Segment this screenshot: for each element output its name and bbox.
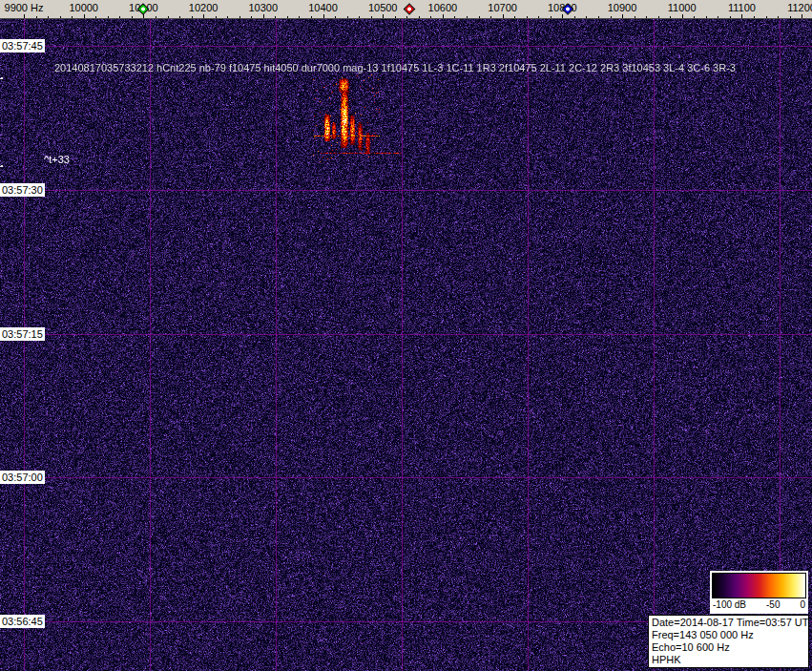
freq-tick-minor xyxy=(538,16,539,18)
freq-tick-minor xyxy=(36,16,37,18)
freq-axis-label: 10300 xyxy=(249,2,279,13)
colorbar-gradient xyxy=(712,573,806,598)
time-axis-label: 03:57:15 xyxy=(0,327,45,341)
freq-axis-label: 10000 xyxy=(69,2,98,13)
freq-tick-major xyxy=(503,14,504,18)
freq-tick-minor xyxy=(251,16,252,18)
freq-tick-minor xyxy=(371,16,372,18)
cursor-annotation: ^t+33 xyxy=(44,154,70,165)
freq-tick-minor xyxy=(227,16,228,18)
colorbar-label: -50 xyxy=(766,598,780,612)
freq-tick-minor xyxy=(275,16,276,18)
freq-tick-major xyxy=(802,14,802,18)
freq-tick-major xyxy=(562,14,563,18)
freq-tick-minor xyxy=(311,16,312,18)
freq-tick-major xyxy=(443,14,444,18)
freq-tick-minor xyxy=(347,16,348,18)
freq-axis-label: 10900 xyxy=(608,2,637,13)
freq-tick-minor xyxy=(119,16,120,18)
info-line: HPHK xyxy=(652,654,805,666)
freq-axis-label: 10400 xyxy=(308,2,338,13)
freq-tick-minor xyxy=(694,16,695,18)
freq-tick-minor xyxy=(670,16,671,18)
freq-tick-minor xyxy=(658,16,659,18)
info-line: Date=2014-08-17 Time=03:57 UTC xyxy=(652,617,805,629)
time-axis-label: 03:57:00 xyxy=(0,471,45,484)
freq-tick-minor xyxy=(48,16,49,18)
marker-diamond-red[interactable] xyxy=(404,3,416,15)
freq-tick-minor xyxy=(132,16,133,18)
freq-tick-minor xyxy=(467,16,468,18)
freq-tick-minor xyxy=(395,16,396,18)
freq-tick-minor xyxy=(766,16,767,18)
event-annotation: 20140817035733212 hCnt225 nb-79 f10475 h… xyxy=(54,62,736,73)
freq-tick-major xyxy=(741,14,742,18)
freq-tick-minor xyxy=(454,16,455,18)
freq-tick-major xyxy=(203,14,204,18)
freq-tick-minor xyxy=(192,16,193,18)
freq-tick-major xyxy=(622,14,623,18)
freq-tick-minor xyxy=(635,16,635,18)
freq-tick-major xyxy=(323,14,324,18)
freq-axis-label: 10600 xyxy=(428,2,458,13)
freq-tick-major xyxy=(143,14,144,18)
info-line: Freq=143 050 000 Hz xyxy=(652,629,805,641)
freq-tick-minor xyxy=(611,16,612,18)
freq-axis-label: 10500 xyxy=(368,2,398,13)
freq-tick-minor xyxy=(299,16,300,18)
freq-tick-minor xyxy=(718,16,718,18)
freq-tick-minor xyxy=(551,16,552,18)
freq-tick-minor xyxy=(72,16,73,18)
freq-tick-minor xyxy=(239,16,240,18)
freq-tick-minor xyxy=(574,16,575,18)
freq-tick-minor xyxy=(490,16,491,18)
freq-axis-label: 11000 xyxy=(668,2,697,13)
colorbar-labels: -100 dB-500 xyxy=(712,598,806,612)
freq-tick-minor xyxy=(335,16,336,18)
freq-tick-minor xyxy=(598,16,599,18)
freq-tick-minor xyxy=(60,16,61,18)
freq-axis-label: 11100 xyxy=(728,2,756,13)
spectrogram-window: 9900 Hz100001010010200103001040010500106… xyxy=(0,0,812,671)
freq-tick-minor xyxy=(359,16,360,18)
freq-tick-minor xyxy=(527,16,528,18)
freq-tick-minor xyxy=(730,16,731,18)
colorbar-label: 0 xyxy=(800,598,805,612)
time-axis-label: 03:57:30 xyxy=(0,183,45,197)
freq-tick-major xyxy=(263,14,264,18)
freq-tick-minor xyxy=(95,16,96,18)
colorbar: -100 dB-500 xyxy=(710,571,808,614)
freq-tick-minor xyxy=(156,16,156,18)
freq-tick-minor xyxy=(479,16,480,18)
freq-tick-major xyxy=(682,14,683,18)
freq-tick-minor xyxy=(168,16,169,18)
freq-tick-minor xyxy=(706,16,707,18)
frequency-axis: 9900 Hz100001010010200103001040010500106… xyxy=(0,0,812,19)
freq-axis-label: 10200 xyxy=(189,2,219,13)
freq-axis-label: 11200 xyxy=(787,2,812,13)
freq-tick-major xyxy=(84,14,85,18)
freq-tick-minor xyxy=(514,16,515,18)
freq-tick-minor xyxy=(179,16,180,18)
spectrogram-area: 20140817035733212 hCnt225 nb-79 f10475 h… xyxy=(0,19,812,671)
freq-axis-label: 10700 xyxy=(488,2,517,13)
freq-tick-minor xyxy=(586,16,587,18)
freq-tick-minor xyxy=(216,16,217,18)
freq-axis-label: 9900 Hz xyxy=(5,2,44,13)
colorbar-label: -100 dB xyxy=(713,598,746,612)
freq-tick-major xyxy=(383,14,384,18)
freq-tick-minor xyxy=(287,16,288,18)
freq-tick-minor xyxy=(778,16,779,18)
freq-tick-minor xyxy=(790,16,791,18)
time-axis-label: 03:56:45 xyxy=(0,615,45,628)
time-axis-label: 03:57:45 xyxy=(0,39,45,52)
info-box: Date=2014-08-17 Time=03:57 UTCFreq=143 0… xyxy=(648,615,809,668)
info-line: Echo=10 600 Hz xyxy=(652,641,805,654)
freq-tick-minor xyxy=(754,16,755,18)
freq-tick-minor xyxy=(430,16,431,18)
freq-tick-minor xyxy=(406,16,407,18)
freq-tick-major xyxy=(24,14,25,18)
spectrogram-canvas[interactable] xyxy=(0,19,812,671)
freq-tick-minor xyxy=(108,16,109,18)
freq-tick-minor xyxy=(419,16,420,18)
